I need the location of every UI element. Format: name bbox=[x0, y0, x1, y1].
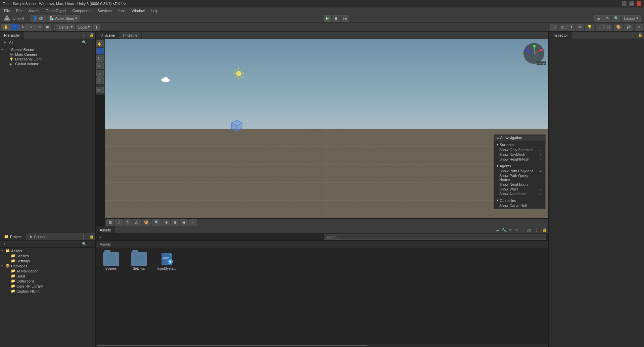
menu-assets[interactable]: Assets bbox=[26, 8, 42, 13]
audio-toggle[interactable]: 🔊 bbox=[624, 24, 633, 31]
lighting-toggle[interactable]: 💡 bbox=[585, 24, 594, 31]
tree-burst[interactable]: 📁 Burst bbox=[0, 273, 95, 278]
pause-button[interactable]: ⏸ bbox=[332, 15, 340, 22]
scene-btn-check[interactable]: ✓ bbox=[189, 219, 197, 226]
menu-gameobject[interactable]: GameObject bbox=[43, 8, 69, 13]
scene-menu[interactable]: ⋮ bbox=[540, 32, 548, 39]
scene-rect-tool[interactable]: ▭ bbox=[96, 70, 104, 77]
scene-btn-cross[interactable]: ✛ bbox=[163, 219, 170, 226]
ai-show-path-query-nodes[interactable]: Show Path Query Nodes – bbox=[494, 173, 545, 182]
tree-packages-root[interactable]: ▾ 📦 Packages bbox=[0, 263, 95, 268]
ai-show-path-polygons[interactable]: Show Path Polygons ✓ bbox=[494, 169, 545, 173]
tab-hierarchy[interactable]: Hierarchy bbox=[0, 32, 24, 39]
project-lock-icon[interactable]: 🔒 bbox=[88, 233, 95, 240]
grid-toggle[interactable]: ⊞ bbox=[550, 24, 558, 31]
scene-btn-circle[interactable]: ◎ bbox=[133, 219, 141, 226]
gizmo-toggle[interactable]: ◎ bbox=[559, 24, 567, 31]
step-button[interactable]: ⏭ bbox=[341, 15, 349, 22]
cube-object[interactable] bbox=[230, 119, 243, 133]
scene-btn-search[interactable]: 🔍 bbox=[152, 219, 162, 226]
project-menu[interactable]: ⋮ bbox=[79, 233, 88, 240]
tree-settings[interactable]: 📁 Settings bbox=[0, 258, 95, 263]
hierarchy-item-globalvolume[interactable]: ◈ Global Volume bbox=[0, 61, 95, 66]
assets-lock-icon[interactable]: 🔒 bbox=[541, 226, 548, 233]
menu-services[interactable]: Services bbox=[95, 8, 114, 13]
tab-game[interactable]: ▷ Game bbox=[119, 32, 142, 39]
menu-window[interactable]: Window bbox=[129, 8, 147, 13]
ai-nav-agents-header[interactable]: ▾ Agents bbox=[494, 163, 545, 169]
hierarchy-menu[interactable]: ⋮ bbox=[79, 32, 88, 39]
scene-btn-paint[interactable]: 🎨 bbox=[142, 219, 151, 226]
cloud-button[interactable]: ☁ bbox=[594, 15, 603, 22]
hierarchy-add-btn[interactable]: + bbox=[2, 40, 7, 45]
menu-component[interactable]: Component bbox=[70, 8, 94, 13]
hierarchy-search-icon[interactable]: 🔍 bbox=[82, 40, 87, 45]
account-button[interactable]: 👤 KF bbox=[31, 15, 46, 22]
ai-show-neighbours[interactable]: Show Neighbours – bbox=[494, 182, 545, 187]
scene-gizmo[interactable]: Persp bbox=[522, 42, 546, 65]
menu-file[interactable]: File bbox=[1, 8, 13, 13]
snap-btn[interactable]: ⊡ bbox=[596, 24, 604, 31]
scene-extra-tool[interactable]: ✦ bbox=[96, 87, 104, 93]
scene-viewport[interactable]: Persp ≡ AI Navigation ▾ Surfaces bbox=[105, 39, 548, 218]
tab-scene[interactable]: ⬡ Scene bbox=[96, 32, 119, 39]
tree-customnunit[interactable]: 📁 Custom NUnit bbox=[0, 289, 95, 294]
undo-history-button[interactable]: ↺ bbox=[603, 15, 611, 22]
tree-collections[interactable]: 📁 Collections bbox=[0, 278, 95, 284]
snap2-btn[interactable]: ⊟ bbox=[604, 24, 612, 31]
scene-transform-tool[interactable]: ⊞ bbox=[96, 77, 104, 84]
ai-show-heightmesh[interactable]: Show HeightMesh – bbox=[494, 157, 545, 162]
minimize-button[interactable]: ─ bbox=[622, 1, 627, 6]
assets-icon3[interactable]: ✏ bbox=[508, 227, 513, 233]
local-dropdown[interactable]: Local ▾ bbox=[76, 24, 92, 31]
scene-vis-toggle[interactable]: 👁 bbox=[576, 24, 584, 31]
rotate-tool[interactable]: ↻ bbox=[19, 24, 27, 31]
scale-tool[interactable]: ⤡ bbox=[27, 24, 35, 31]
rect-tool[interactable]: ▭ bbox=[35, 24, 43, 31]
scene-scale-tool[interactable]: ⤡ bbox=[96, 62, 104, 69]
layout-button[interactable]: Layout ▾ bbox=[622, 15, 641, 22]
ai-nav-obstacles-header[interactable]: ▾ Obstacles bbox=[494, 198, 545, 203]
scene-btn-eye[interactable]: 👁 bbox=[180, 219, 188, 226]
ai-show-walls[interactable]: Show Walls – bbox=[494, 187, 545, 191]
scene-rotate-tool[interactable]: ↻ bbox=[96, 55, 104, 62]
menu-help[interactable]: Help bbox=[148, 8, 161, 13]
asset-store-button[interactable]: 🏪 Asset Store ▾ bbox=[47, 15, 80, 22]
search-button[interactable]: 🔍 bbox=[612, 15, 621, 22]
fx-toggle[interactable]: ✦ bbox=[567, 24, 575, 31]
hierarchy-item-directionallight[interactable]: 💡 Directional Light bbox=[0, 57, 95, 61]
tree-corerplib[interactable]: 📁 Core RP Library bbox=[0, 284, 95, 289]
project-add-btn[interactable]: + bbox=[2, 241, 7, 247]
inspector-menu[interactable]: ⋮ bbox=[628, 32, 637, 39]
hierarchy-item-maincamera[interactable]: 📷 Main Camera bbox=[0, 52, 95, 57]
assets-icon2[interactable]: 🔧 bbox=[501, 227, 507, 233]
scene-btn-rotate[interactable]: ↻ bbox=[124, 219, 132, 226]
ai-nav-surfaces-header[interactable]: ▾ Surfaces bbox=[494, 142, 545, 147]
tree-assets-root[interactable]: ▾ 📁 Assets bbox=[0, 248, 95, 253]
assets-scrollbar[interactable] bbox=[96, 344, 548, 347]
sun-object[interactable] bbox=[233, 68, 245, 80]
ai-show-only-selected[interactable]: Show Only Selected – bbox=[494, 147, 545, 152]
ai-show-avoidance[interactable]: Show Avoidance – bbox=[494, 191, 545, 196]
scene-btn-move[interactable]: ⤢ bbox=[115, 219, 123, 226]
inspector-lock-icon[interactable]: 🔒 bbox=[637, 32, 644, 39]
asset-inputsystem[interactable]: # InputSyste... bbox=[154, 251, 179, 272]
overlay-toggle[interactable]: ⊕ bbox=[635, 24, 643, 31]
asset-scenes[interactable]: Scenes bbox=[98, 251, 124, 272]
tab-console[interactable]: ▶ Console bbox=[26, 233, 52, 240]
menu-edit[interactable]: Edit bbox=[13, 8, 25, 13]
ai-show-navmesh[interactable]: Show NavMesh ✓ bbox=[494, 152, 545, 157]
tree-ai-navigation[interactable]: 📁 AI Navigation bbox=[0, 268, 95, 273]
scene-hand-tool[interactable]: ✋ bbox=[96, 40, 104, 47]
scene-move-tool[interactable]: ✛ bbox=[96, 48, 104, 54]
menu-jobs[interactable]: Jobs bbox=[115, 8, 128, 13]
scene-btn-select[interactable]: ⊡ bbox=[106, 219, 114, 226]
tab-inspector[interactable]: Inspector bbox=[549, 32, 572, 39]
tab-project[interactable]: 📁 Project bbox=[0, 233, 26, 240]
center-dropdown[interactable]: Center ▾ bbox=[56, 24, 75, 31]
maximize-button[interactable]: □ bbox=[629, 1, 634, 6]
hierarchy-all-btn[interactable]: All bbox=[8, 40, 14, 45]
hierarchy-item-samplescene[interactable]: ▾ ⬡ SampleScene bbox=[0, 47, 95, 52]
move-tool[interactable]: ✛ bbox=[11, 24, 19, 31]
hand-tool[interactable]: ✋ bbox=[1, 24, 11, 31]
